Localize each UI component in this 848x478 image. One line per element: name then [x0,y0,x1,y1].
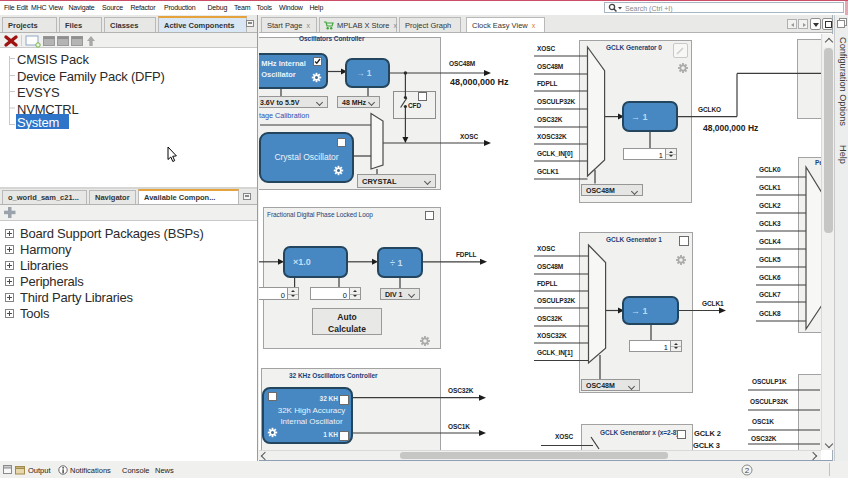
svg-text:2: 2 [745,466,750,475]
